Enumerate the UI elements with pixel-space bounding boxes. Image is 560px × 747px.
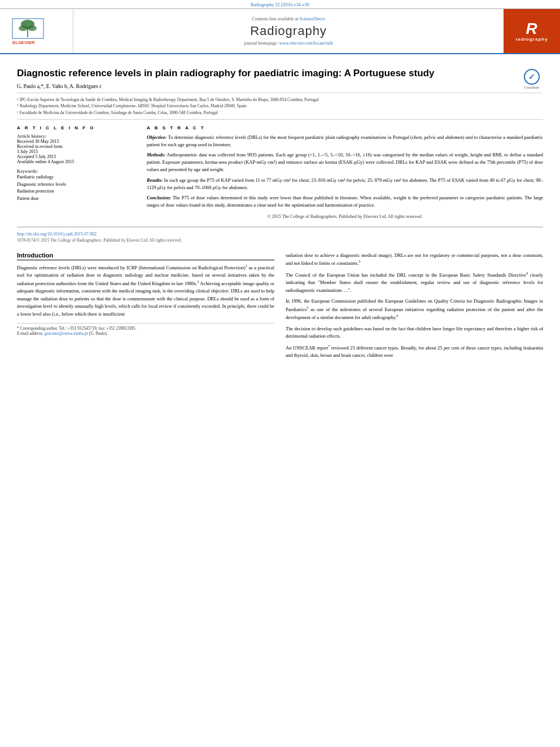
crossmark-icon: ✓: [524, 69, 540, 85]
abstract-column: A B S T R A C T Objective: To determine …: [147, 125, 543, 221]
journal-issue-info: Radiography 22 (2016) e34–e39: [251, 2, 309, 7]
body-section: Introduction Diagnostic reference levels…: [17, 244, 543, 363]
contents-line: Contents lists available at ScienceDirec…: [252, 16, 325, 21]
footnote-email: E-mail address: graciano@estescoimba.pt …: [17, 331, 274, 336]
body-left-col: Introduction Diagnostic reference levels…: [17, 252, 274, 363]
date-revised: 3 July 2015: [17, 149, 135, 154]
affiliation-c: c Faculdade de Medicina da Universidade …: [17, 110, 543, 116]
intro-para-6: An UNSCEAR report7 reviewed 23 different…: [286, 344, 543, 360]
doi-link[interactable]: http://dx.doi.org/10.1016/j.radi.2015.07…: [17, 231, 97, 237]
intro-para-2: radiation dose to achieve a diagnostic m…: [286, 252, 543, 268]
crossmark: ✓ CrossMark: [520, 69, 543, 89]
svg-text:ELSEVIER: ELSEVIER: [12, 40, 35, 45]
journal-title: Radiography: [250, 24, 327, 38]
article-title-text: Diagnostic reference levels in plain rad…: [17, 67, 515, 89]
footnote-corresponding: * Corresponding author. Tel.: +351 91254…: [17, 326, 274, 331]
svg-point-3: [19, 25, 28, 31]
journal-homepage: journal homepage: www.elsevier.com/locat…: [244, 41, 333, 46]
date-received: Received 30 May 2015: [17, 139, 135, 144]
elsevier-logo-area: ELSEVIER: [0, 9, 73, 53]
keyword-1: Paediatric radiology: [17, 174, 135, 181]
footnote-area: * Corresponding author. Tel.: +351 91254…: [17, 323, 274, 336]
crossmark-label: CrossMark: [524, 86, 540, 89]
keywords-label: Keywords:: [17, 169, 135, 174]
abstract-copyright: © 2015 The College of Radiographers. Pub…: [147, 213, 543, 220]
affiliation-b: b Radiology Department, Medicine School,…: [17, 103, 543, 109]
article-info-heading: A R T I C L E I N F O: [17, 125, 135, 130]
keyword-3: Radiation protection: [17, 188, 135, 195]
intro-para-4: In 1996, the European Commission publish…: [286, 298, 543, 321]
journal-homepage-link[interactable]: www.elsevier.com/locate/radi: [279, 41, 333, 46]
journal-header: ELSEVIER Contents lists available at Sci…: [0, 9, 560, 54]
radiography-logo: R radiography: [515, 21, 548, 42]
article-container: Diagnostic reference levels in plain rad…: [0, 54, 560, 369]
date-online: Available online 4 August 2015: [17, 159, 135, 164]
abstract-objective: Objective: To determine diagnostic refer…: [147, 134, 543, 148]
journal-title-area: Contents lists available at ScienceDirec…: [73, 9, 504, 53]
affiliation-a: a IPC-Escola Superior de Tecnologia da S…: [17, 97, 543, 103]
elsevier-logo: ELSEVIER: [10, 16, 63, 47]
keyword-4: Patient dose: [17, 195, 135, 203]
intro-para-1: Diagnostic reference levels (DRLs) were …: [17, 264, 274, 318]
introduction-text-right: radiation dose to achieve a diagnostic m…: [286, 252, 543, 360]
top-bar: Radiography 22 (2016) e34–e39: [0, 0, 560, 9]
history-label: Article history:: [17, 134, 135, 139]
abstract-heading: A B S T R A C T: [147, 125, 543, 130]
intro-para-5: The decision to develop such guidelines …: [286, 325, 543, 340]
article-title-section: Diagnostic reference levels in plain rad…: [17, 60, 543, 93]
bottom-copyright: 1078-8174/© 2015 The College of Radiogra…: [17, 238, 543, 243]
body-right-col: radiation dose to achieve a diagnostic m…: [286, 252, 543, 363]
article-authors: G. Paulo a,*, E. Vaño b, A. Rodrigues c: [17, 84, 515, 89]
abstract-methods: Methods: Anthropometric data was collect…: [147, 151, 543, 174]
date-accepted: Accepted 5 July 2015: [17, 154, 135, 159]
article-info-column: A R T I C L E I N F O Article history: R…: [17, 125, 135, 221]
abstract-results: Results: In each age group the P75 of KA…: [147, 177, 543, 191]
email-link[interactable]: graciano@estescoimba.pt: [45, 331, 88, 336]
doi-bar: http://dx.doi.org/10.1016/j.radi.2015.07…: [17, 227, 543, 244]
keyword-2: Diagnostic reference levels: [17, 181, 135, 189]
introduction-text-left: Diagnostic reference levels (DRLs) were …: [17, 264, 274, 318]
date-revised-label: Received in revised form: [17, 144, 135, 149]
info-abstract-section: A R T I C L E I N F O Article history: R…: [17, 120, 543, 227]
journal-logo-box: R radiography: [504, 9, 560, 53]
introduction-title: Introduction: [17, 252, 274, 260]
sciencedirect-link[interactable]: ScienceDirect: [300, 16, 325, 21]
svg-point-4: [28, 25, 37, 31]
article-title: Diagnostic reference levels in plain rad…: [17, 67, 515, 80]
abstract-conclusion: Conclusion: The P75 of dose values deter…: [147, 194, 543, 209]
affiliations: a IPC-Escola Superior de Tecnologia da S…: [17, 93, 543, 120]
intro-para-3: The Council of the European Union has in…: [286, 271, 543, 295]
abstract-text: Objective: To determine diagnostic refer…: [147, 134, 543, 221]
